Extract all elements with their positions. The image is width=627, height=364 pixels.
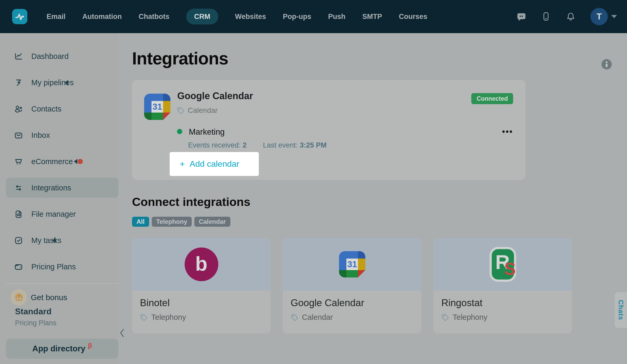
svg-text:S: S: [504, 259, 516, 279]
sidebar-item-my-tasks[interactable]: My tasks: [0, 227, 118, 254]
events-received: Events received:2: [188, 141, 247, 149]
filter-telephony[interactable]: Telephony: [152, 217, 192, 227]
bell-icon[interactable]: [566, 12, 576, 22]
sidebar-item-file-manager[interactable]: File manager: [0, 201, 118, 227]
nav-item-chatbots[interactable]: Chatbots: [139, 13, 169, 21]
main-content: Integrations Google Calendar Calendar Co…: [118, 33, 627, 364]
nav-item-courses[interactable]: Courses: [399, 13, 427, 21]
sidebar-item-contacts[interactable]: Contacts: [0, 96, 118, 122]
sidebar-divider: [6, 283, 118, 284]
nav-item-websites[interactable]: Websites: [235, 13, 266, 21]
tag-icon: [291, 314, 299, 321]
pipeline-stats: Events received:2 Last event:3:25 PM: [188, 141, 327, 149]
pulse-icon: [14, 11, 26, 23]
cart-icon: [14, 157, 23, 166]
sidebar-menu: Dashboard My pipelines Contacts: [0, 43, 118, 280]
notification-dot: [78, 159, 83, 164]
app-directory-button[interactable]: App directory β: [6, 339, 118, 359]
chat-icon[interactable]: [517, 12, 526, 22]
chats-tab[interactable]: Chats: [615, 292, 627, 328]
sidebar-item-pricing-plans[interactable]: Pricing Plans: [0, 254, 118, 280]
integration-card-binotel[interactable]: b Binotel Telephony: [132, 238, 271, 333]
integrations-icon: [14, 183, 23, 193]
binotel-logo: b: [132, 238, 271, 291]
inbox-icon: [14, 131, 23, 140]
sidebar-item-inbox[interactable]: Inbox: [0, 122, 118, 148]
sidebar: Dashboard My pipelines Contacts: [0, 33, 118, 364]
connected-integration-card: Google Calendar Calendar Connected Marke…: [132, 80, 525, 180]
collapse-arrow-icon: [74, 159, 77, 164]
sidebar-item-my-pipelines[interactable]: My pipelines: [0, 69, 118, 96]
dashboard-icon: [14, 52, 23, 61]
contacts-icon: [14, 104, 23, 114]
top-navbar: Email Automation Chatbots CRM Websites P…: [0, 0, 627, 33]
collapse-arrow-icon: [52, 238, 56, 243]
account-menu[interactable]: T: [590, 8, 617, 25]
integration-name: Google Calendar: [177, 90, 253, 102]
add-calendar-button[interactable]: + Add calendar: [170, 152, 259, 176]
integration-card-google-calendar[interactable]: Google Calendar Calendar: [283, 238, 421, 333]
sidebar-item-ecommerce[interactable]: eCommerce: [0, 148, 118, 175]
integration-card-category: Calendar: [291, 313, 421, 322]
nav-item-push[interactable]: Push: [328, 13, 346, 21]
google-calendar-logo: [283, 238, 421, 291]
integration-card-category: Telephony: [140, 313, 271, 322]
filter-chips: All Telephony Calendar: [132, 217, 230, 227]
filter-calendar[interactable]: Calendar: [194, 217, 230, 227]
integration-grid: b Binotel Telephony Google Calendar Cale…: [132, 238, 572, 333]
mobile-icon[interactable]: [541, 12, 551, 22]
chevron-down-icon: [611, 15, 617, 18]
status-dot: [177, 129, 182, 134]
integration-category: Calendar: [177, 106, 218, 115]
tag-icon: [177, 107, 185, 114]
plan-sub-label: Pricing Plans: [15, 319, 57, 327]
gift-icon: [11, 289, 27, 306]
more-menu[interactable]: [502, 130, 512, 133]
sidebar-item-integrations[interactable]: Integrations: [0, 175, 118, 201]
sidebar-item-dashboard[interactable]: Dashboard: [0, 43, 118, 69]
integration-card-category: Telephony: [441, 313, 572, 322]
wallet-icon: [14, 262, 23, 271]
plan-name: Standard: [15, 307, 57, 316]
connect-integrations-title: Connect integrations: [132, 195, 250, 209]
sidebar-collapse-icon[interactable]: [119, 328, 125, 338]
integration-card-title: Binotel: [140, 297, 271, 309]
pipelines-icon: [14, 78, 23, 87]
nav-item-crm[interactable]: CRM: [186, 9, 218, 24]
last-event: Last event:3:25 PM: [263, 141, 327, 149]
tasks-icon: [14, 236, 23, 245]
calendar-pipeline-name: Marketing: [189, 127, 225, 137]
collapse-arrow-icon: [65, 80, 68, 85]
primary-nav: Email Automation Chatbots CRM Websites P…: [47, 9, 427, 24]
status-badge: Connected: [471, 93, 513, 104]
current-plan[interactable]: Standard Pricing Plans: [15, 307, 57, 327]
integration-card-title: Ringostat: [441, 297, 572, 309]
integration-card-ringostat[interactable]: R S Ringostat Telephony: [433, 238, 572, 333]
filter-all[interactable]: All: [132, 217, 149, 227]
navbar-actions: T: [517, 8, 617, 25]
plus-icon: +: [180, 159, 185, 169]
tag-icon: [441, 314, 449, 321]
get-bonus-link[interactable]: Get bonus: [11, 289, 67, 306]
brand-logo[interactable]: [12, 9, 27, 24]
nav-item-email[interactable]: Email: [47, 13, 65, 21]
google-calendar-logo: [144, 94, 170, 120]
nav-item-automation[interactable]: Automation: [82, 13, 122, 21]
beta-badge: β: [88, 342, 92, 350]
page-title: Integrations: [132, 48, 228, 68]
integration-card-title: Google Calendar: [291, 297, 421, 309]
info-icon[interactable]: [601, 59, 612, 70]
avatar: T: [590, 8, 608, 25]
ringostat-logo: R S: [433, 238, 572, 291]
nav-item-smtp[interactable]: SMTP: [362, 13, 382, 21]
tag-icon: [140, 314, 148, 321]
file-icon: [14, 210, 23, 219]
nav-item-popups[interactable]: Pop-ups: [283, 13, 311, 21]
